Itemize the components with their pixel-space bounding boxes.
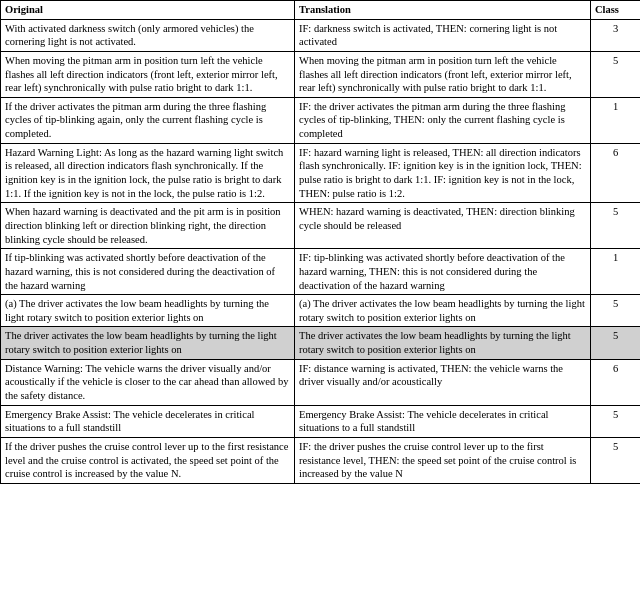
cell-translation: IF: tip-blinking was activated shortly b… — [295, 249, 591, 295]
table-row: Hazard Warning Light: As long as the haz… — [1, 143, 641, 203]
cell-translation: IF: distance warning is activated, THEN:… — [295, 359, 591, 405]
table-row: With activated darkness switch (only arm… — [1, 19, 641, 51]
cell-translation: The driver activates the low beam headli… — [295, 327, 591, 359]
cell-translation: Emergency Brake Assist: The vehicle dece… — [295, 405, 591, 437]
cell-class: 5 — [591, 51, 641, 97]
table-row: If tip-blinking was activated shortly be… — [1, 249, 641, 295]
cell-translation: IF: the driver pushes the cruise control… — [295, 437, 591, 483]
cell-original: Emergency Brake Assist: The vehicle dece… — [1, 405, 295, 437]
cell-original: The driver activates the low beam headli… — [1, 327, 295, 359]
cell-translation: WHEN: hazard warning is deactivated, THE… — [295, 203, 591, 249]
table-row: The driver activates the low beam headli… — [1, 327, 641, 359]
table-header-row: Original Translation Class — [1, 1, 641, 20]
table-row: When moving the pitman arm in position t… — [1, 51, 641, 97]
header-translation: Translation — [295, 1, 591, 20]
main-table: Original Translation Class With activate… — [0, 0, 640, 484]
table-row: When hazard warning is deactivated and t… — [1, 203, 641, 249]
cell-original: When moving the pitman arm in position t… — [1, 51, 295, 97]
table-row: If the driver pushes the cruise control … — [1, 437, 641, 483]
cell-translation: IF: the driver activates the pitman arm … — [295, 97, 591, 143]
cell-original: When hazard warning is deactivated and t… — [1, 203, 295, 249]
cell-translation: IF: hazard warning light is released, TH… — [295, 143, 591, 203]
cell-original: If the driver pushes the cruise control … — [1, 437, 295, 483]
table-row: Distance Warning: The vehicle warns the … — [1, 359, 641, 405]
cell-original: (a) The driver activates the low beam he… — [1, 295, 295, 327]
cell-class: 5 — [591, 327, 641, 359]
cell-translation: IF: darkness switch is activated, THEN: … — [295, 19, 591, 51]
cell-class: 5 — [591, 295, 641, 327]
header-class: Class — [591, 1, 641, 20]
cell-class: 3 — [591, 19, 641, 51]
cell-original: With activated darkness switch (only arm… — [1, 19, 295, 51]
cell-class: 5 — [591, 437, 641, 483]
cell-translation: When moving the pitman arm in position t… — [295, 51, 591, 97]
cell-translation: (a) The driver activates the low beam he… — [295, 295, 591, 327]
cell-original: If tip-blinking was activated shortly be… — [1, 249, 295, 295]
header-original: Original — [1, 1, 295, 20]
cell-original: If the driver activates the pitman arm d… — [1, 97, 295, 143]
cell-class: 1 — [591, 249, 641, 295]
table-row: Emergency Brake Assist: The vehicle dece… — [1, 405, 641, 437]
table-row: (a) The driver activates the low beam he… — [1, 295, 641, 327]
cell-class: 1 — [591, 97, 641, 143]
cell-class: 5 — [591, 203, 641, 249]
cell-original: Hazard Warning Light: As long as the haz… — [1, 143, 295, 203]
cell-class: 5 — [591, 405, 641, 437]
cell-class: 6 — [591, 143, 641, 203]
table-row: If the driver activates the pitman arm d… — [1, 97, 641, 143]
cell-class: 6 — [591, 359, 641, 405]
cell-original: Distance Warning: The vehicle warns the … — [1, 359, 295, 405]
